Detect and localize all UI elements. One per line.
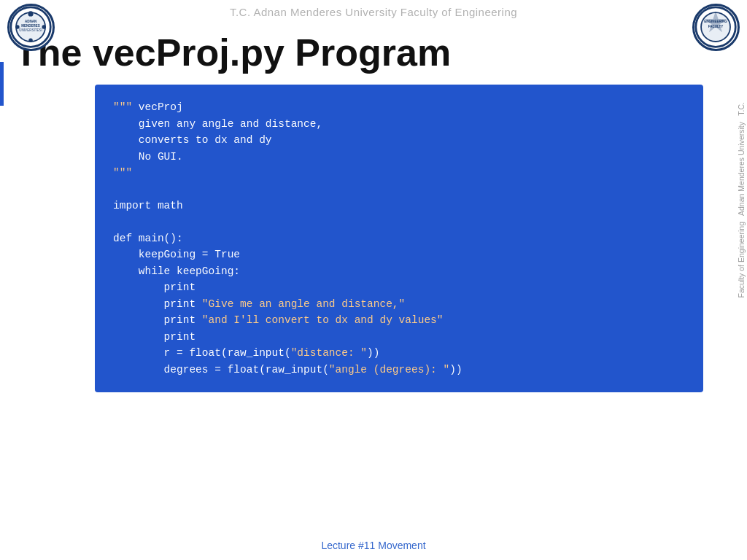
footer: Lecture #11 Movement [0, 540, 747, 551]
svg-text:ADNAN: ADNAN [25, 20, 36, 23]
code-container: """ vecProj given any angle and distance… [95, 85, 703, 392]
header-bar: T.C. Adnan Menderes University Faculty o… [0, 0, 747, 25]
string-3: "distance: " [291, 347, 367, 359]
university-title: T.C. Adnan Menderes University Faculty o… [230, 6, 517, 18]
svg-text:MENDERES: MENDERES [21, 24, 40, 28]
docstring-open: """ [113, 101, 132, 113]
svg-point-8 [42, 25, 45, 28]
code-line-1: """ vecProj given any angle and distance… [113, 101, 462, 376]
svg-point-5 [28, 11, 33, 16]
svg-text:ÜNİVERSİTESİ: ÜNİVERSİTESİ [19, 28, 42, 32]
string-4: "angle (degrees): " [329, 364, 449, 376]
logo-right: ENGINEERING FACULTY [692, 4, 740, 51]
page-title: The vecProj.py Program [0, 25, 747, 77]
side-line2: Adnan Menderes University [737, 122, 746, 216]
svg-point-7 [15, 25, 19, 28]
footer-text: Lecture #11 Movement [321, 540, 425, 551]
side-line3: Faculty of Engineering [737, 222, 746, 298]
side-decoration: T.C. Adnan Menderes University Faculty o… [737, 102, 746, 303]
string-1: "Give me an angle and distance," [202, 298, 405, 310]
logo-circle-right: ENGINEERING FACULTY [692, 4, 740, 51]
docstring-close: """ [113, 167, 132, 179]
code-block: """ vecProj given any angle and distance… [113, 99, 685, 378]
svg-point-6 [28, 38, 32, 42]
logo-circle-left: ADNAN MENDERES ÜNİVERSİTESİ [7, 4, 55, 51]
side-line1: T.C. [737, 102, 746, 116]
string-2: "and I'll convert to dx and dy values" [202, 314, 444, 326]
left-accent-bar [0, 62, 4, 106]
logo-left: ADNAN MENDERES ÜNİVERSİTESİ [7, 4, 55, 51]
